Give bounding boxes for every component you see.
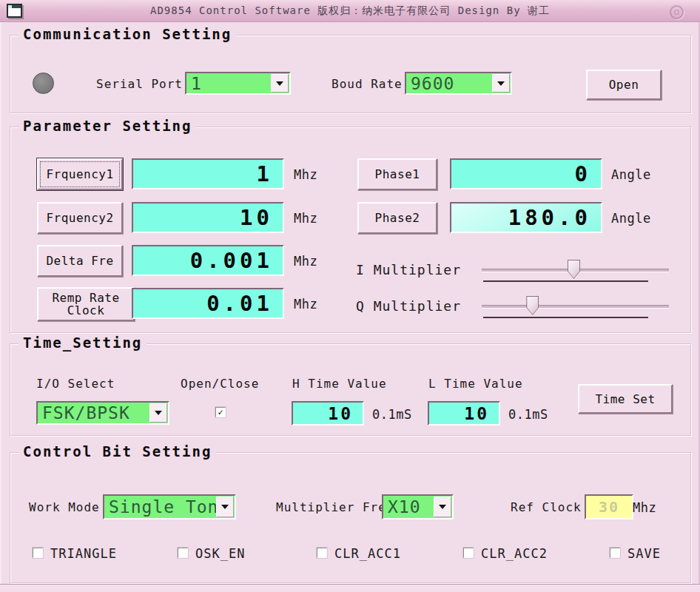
time-setting-label: Time_Setting bbox=[18, 334, 147, 351]
frequency2-button[interactable]: Frquency2 bbox=[37, 202, 123, 234]
triangle-checkbox[interactable] bbox=[33, 548, 43, 558]
ref-clock-unit: Mhz bbox=[633, 500, 656, 515]
osk-en-checkbox-label: OSK_EN bbox=[195, 546, 245, 561]
io-select-label: I/O Select bbox=[36, 377, 115, 391]
delta-fre-button[interactable]: Delta Fre bbox=[37, 245, 123, 277]
save-checkbox-label: SAVE bbox=[627, 546, 661, 561]
control-bit-setting-label: Control Bit Setting bbox=[18, 443, 216, 460]
work-mode-label: Work Mode bbox=[29, 500, 100, 514]
clr-acc2-checkbox-label: CLR_ACC2 bbox=[481, 546, 548, 561]
q-multiplier-label: Q Multiplier bbox=[356, 298, 461, 314]
remp-rate-clock-unit: Mhz bbox=[294, 297, 317, 312]
multiplier-fre-label: Multiplier Fre bbox=[276, 500, 386, 514]
phase2-value-field[interactable]: 180.0 bbox=[450, 202, 602, 233]
l-time-label: L Time Value bbox=[428, 377, 523, 391]
q-multiplier-slider-thumb[interactable] bbox=[526, 296, 539, 315]
h-time-value-field[interactable]: 10 bbox=[292, 401, 364, 426]
baud-rate-value: 9600 bbox=[411, 74, 454, 93]
phase1-value-field[interactable]: 0 bbox=[450, 158, 602, 189]
io-select-combo[interactable]: FSK/BPSK bbox=[36, 401, 169, 425]
frequency1-unit: Mhz bbox=[294, 167, 317, 182]
slider-track bbox=[482, 305, 669, 309]
i-multiplier-slider-thumb[interactable] bbox=[568, 260, 580, 279]
frequency2-value-field[interactable]: 10 bbox=[132, 202, 284, 233]
slider-underline bbox=[483, 280, 648, 282]
serial-port-value: 1 bbox=[191, 74, 202, 93]
q-multiplier-slider[interactable] bbox=[482, 294, 669, 322]
serial-port-combo[interactable]: 1 bbox=[185, 72, 291, 95]
title-bar: AD9854 Control Software 版权归：纳米电子有限公司 Des… bbox=[0, 0, 700, 22]
h-time-unit: 0.1mS bbox=[372, 407, 412, 422]
save-checkbox[interactable] bbox=[610, 548, 620, 558]
io-select-dropdown-button[interactable] bbox=[149, 403, 167, 423]
ref-clock-label: Ref Clock bbox=[511, 500, 582, 514]
l-time-value-field[interactable]: 10 bbox=[428, 401, 500, 426]
remp-rate-clock-button[interactable]: Remp Rate Clock bbox=[37, 287, 135, 321]
time-setting-group: Time_Setting I/O Select FSK/BPSK Open/Cl… bbox=[10, 343, 691, 436]
open-close-checkbox[interactable]: ✓ bbox=[215, 407, 226, 417]
triangle-checkbox-label: TRIANGLE bbox=[50, 546, 117, 561]
parameter-setting-group: Parameter Setting Frquency1 1 Mhz Frquen… bbox=[10, 127, 691, 333]
work-mode-combo[interactable]: Single Tone bbox=[103, 494, 236, 519]
i-multiplier-slider[interactable] bbox=[482, 258, 669, 286]
multiplier-fre-value: X10 bbox=[388, 497, 421, 517]
clr-acc1-checkbox-label: CLR_ACC1 bbox=[334, 546, 401, 561]
window-title: AD9854 Control Software 版权归：纳米电子有限公司 Des… bbox=[0, 0, 700, 21]
clr-acc1-checkbox[interactable] bbox=[317, 548, 327, 558]
remp-rate-clock-value-field[interactable]: 0.01 bbox=[132, 288, 284, 319]
target-circle-icon bbox=[670, 5, 684, 19]
serial-port-label: Serial Port bbox=[96, 77, 183, 91]
open-button[interactable]: Open bbox=[586, 70, 662, 100]
chevron-down-icon bbox=[276, 81, 283, 86]
parameter-setting-label: Parameter Setting bbox=[18, 118, 196, 134]
open-close-label: Open/Close bbox=[181, 377, 259, 391]
io-select-value: FSK/BPSK bbox=[42, 403, 130, 423]
serial-port-dropdown-button[interactable] bbox=[271, 74, 289, 92]
i-multiplier-label: I Multiplier bbox=[356, 262, 461, 278]
window-bottom-edge bbox=[0, 584, 700, 592]
delta-fre-unit: Mhz bbox=[294, 254, 317, 269]
h-time-label: H Time Value bbox=[292, 377, 387, 391]
multiplier-fre-dropdown-button[interactable] bbox=[434, 497, 451, 517]
baud-rate-label: Boud Rate bbox=[332, 77, 403, 91]
phase1-unit: Angle bbox=[611, 167, 651, 182]
phase2-button[interactable]: Phase2 bbox=[357, 202, 437, 234]
multiplier-fre-combo[interactable]: X10 bbox=[382, 494, 454, 519]
frequency1-value-field[interactable]: 1 bbox=[132, 158, 284, 189]
communication-setting-label: Communication Setting bbox=[18, 26, 236, 42]
frequency1-button[interactable]: Frquency1 bbox=[37, 158, 123, 190]
baud-rate-dropdown-button[interactable] bbox=[492, 74, 510, 92]
chevron-down-icon bbox=[439, 505, 446, 509]
l-time-unit: 0.1mS bbox=[508, 407, 548, 422]
time-set-button[interactable]: Time Set bbox=[578, 384, 673, 414]
work-mode-value: Single Tone bbox=[109, 497, 229, 517]
phase2-unit: Angle bbox=[611, 211, 651, 226]
delta-fre-value-field[interactable]: 0.001 bbox=[132, 245, 284, 276]
osk-en-checkbox[interactable] bbox=[178, 548, 188, 558]
chevron-down-icon bbox=[221, 505, 229, 509]
ref-clock-value-field: 30 bbox=[585, 494, 633, 519]
control-bit-setting-group: Control Bit Setting Work Mode Single Ton… bbox=[10, 452, 691, 583]
phase1-button[interactable]: Phase1 bbox=[357, 158, 437, 190]
frequency2-unit: Mhz bbox=[294, 211, 317, 226]
baud-rate-combo[interactable]: 9600 bbox=[405, 72, 512, 95]
connection-status-led bbox=[33, 73, 54, 94]
chevron-down-icon bbox=[497, 81, 505, 86]
work-mode-dropdown-button[interactable] bbox=[216, 497, 234, 517]
chevron-down-icon bbox=[155, 411, 162, 415]
clr-acc2-checkbox[interactable] bbox=[463, 548, 474, 558]
communication-setting-group: Communication Setting Serial Port 1 Boud… bbox=[10, 35, 691, 113]
slider-underline bbox=[483, 317, 648, 318]
